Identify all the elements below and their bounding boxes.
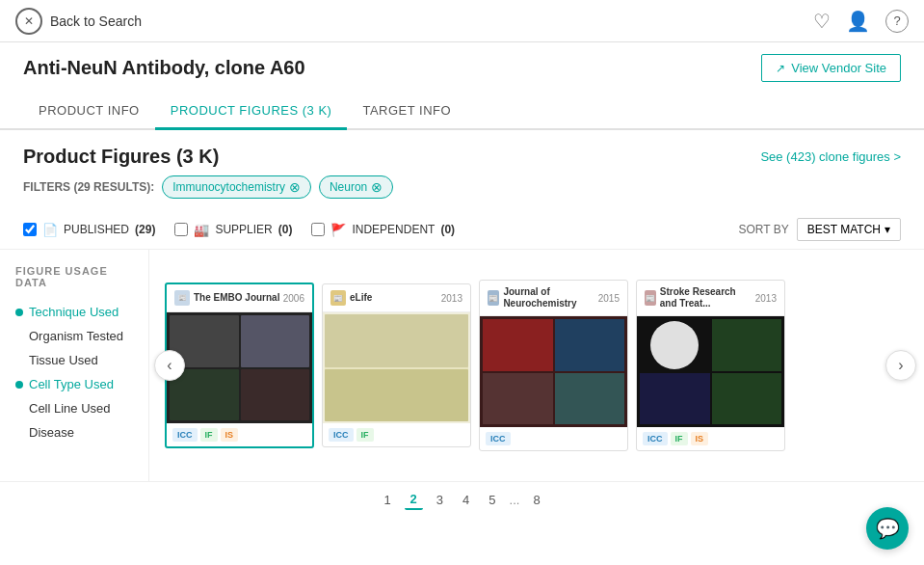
journal-name-3: Stroke Research and Treat... [660,286,755,309]
external-link-icon: ↗ [776,62,785,75]
page-ellipsis: ... [510,493,520,507]
independent-checkbox[interactable] [311,223,325,236]
tab-target-info[interactable]: TARGET INFO [347,94,466,130]
card-tags-1: ICC IF [323,423,470,446]
card-image-3 [637,316,784,427]
product-title: Anti-NeuN Antibody, clone A60 [23,57,305,79]
card-header-0: 📰 The EMBO Journal 2006 [167,284,312,312]
figure-card-1[interactable]: 📰 eLife 2013 ICC IF [322,283,471,447]
independent-checkbox-item[interactable]: 🚩 INDEPENDENT (0) [311,223,455,237]
pagination: 1 2 3 4 5 ... 8 [0,481,924,518]
figure-card-3[interactable]: 📰 Stroke Research and Treat... 2013 ICC … [636,280,785,451]
vendor-site-button[interactable]: ↗ View Vendor Site [761,54,901,82]
vendor-btn-label: View Vendor Site [791,61,886,75]
supplier-checkbox[interactable] [174,223,188,236]
top-nav: ✕ Back to Search ♡ 👤 ? [0,0,924,42]
published-checkbox[interactable] [23,223,37,236]
figures-heading: Product Figures (3 K) See (423) clone fi… [0,130,924,175]
tag-icc-1: ICC [329,428,354,442]
page-8[interactable]: 8 [527,491,545,509]
sort-row: SORT BY BEST MATCH ▾ [739,218,901,241]
prev-arrow[interactable]: ‹ [154,350,185,381]
help-icon[interactable]: ? [885,10,909,33]
journal-name-2: Journal of Neurochemistry [503,286,597,309]
card-tags-2: ICC [480,427,627,450]
tab-product-figures[interactable]: PRODUCT FIGURES (3 K) [155,94,348,130]
dot-icon-cell-type [15,381,23,389]
tag-is-3: IS [691,432,709,445]
sort-by-label: SORT BY [739,223,789,236]
sidebar: FIGURE USAGE DATA Technique Used Organis… [0,250,149,481]
user-icon[interactable]: 👤 [846,10,870,33]
filter-tag-icc[interactable]: Immunocytochemistry ⊗ [162,175,311,199]
sidebar-item-tissue[interactable]: Tissue Used [15,348,133,372]
page-2[interactable]: 2 [405,490,423,510]
journal-icon-2: 📰 [488,290,499,306]
next-arrow[interactable]: › [885,350,916,381]
supplier-doc-icon: 🏭 [194,223,209,237]
card-journal-3: 📰 Stroke Research and Treat... [645,286,755,309]
page-3[interactable]: 3 [431,491,449,509]
card-year-3: 2013 [755,293,777,304]
tag-is-0: IS [221,428,239,442]
tag-if-0: IF [200,428,218,442]
back-to-search-btn[interactable]: ✕ Back to Search [15,8,142,35]
published-row: 📄 PUBLISHED (29) 🏭 SUPPLIER (0) 🚩 INDEPE… [0,210,924,250]
published-count: (29) [135,223,155,236]
filter-remove-neuron-icon[interactable]: ⊗ [371,179,383,195]
sidebar-item-organism[interactable]: Organism Tested [15,324,133,348]
card-header-3: 📰 Stroke Research and Treat... 2013 [637,281,784,316]
heart-icon[interactable]: ♡ [813,10,831,33]
filter-tag-neuron[interactable]: Neuron ⊗ [319,175,393,199]
filter-remove-icc-icon[interactable]: ⊗ [289,179,301,195]
figure-card-2[interactable]: 📰 Journal of Neurochemistry 2015 ICC [479,280,628,451]
card-journal-2: 📰 Journal of Neurochemistry [488,286,598,309]
main-content: FIGURE USAGE DATA Technique Used Organis… [0,250,924,481]
page-1[interactable]: 1 [378,491,396,509]
chevron-down-icon: ▾ [884,223,890,236]
nav-icons: ♡ 👤 ? [813,10,909,33]
journal-icon-3: 📰 [645,290,656,306]
card-header-1: 📰 eLife 2013 [323,284,470,312]
sidebar-item-technique[interactable]: Technique Used [15,300,133,324]
card-journal-1: 📰 eLife [330,290,372,306]
figures-title: Product Figures (3 K) [23,146,219,168]
back-label: Back to Search [50,13,142,29]
page-5[interactable]: 5 [483,491,501,509]
published-label: PUBLISHED [64,223,129,236]
published-checkbox-item[interactable]: 📄 PUBLISHED (29) [23,223,155,237]
tabs-container: PRODUCT INFO PRODUCT FIGURES (3 K) TARGE… [0,94,924,130]
tag-icc-3: ICC [643,432,668,445]
card-year-0: 2006 [283,293,304,304]
supplier-checkbox-item[interactable]: 🏭 SUPPLIER (0) [174,223,292,237]
filters-label: FILTERS (29 RESULTS): [23,180,154,194]
card-journal-0: 📰 The EMBO Journal [174,290,279,306]
independent-label: INDEPENDENT [352,223,435,236]
tab-product-info[interactable]: PRODUCT INFO [23,94,155,130]
independent-count: (0) [440,223,455,236]
card-image-0 [167,312,312,423]
card-year-1: 2013 [441,293,462,304]
tag-if-1: IF [356,428,374,442]
chat-bubble[interactable]: 💬 [866,507,909,550]
journal-name-0: The EMBO Journal [194,292,279,304]
sidebar-item-disease[interactable]: Disease [15,420,133,444]
card-header-2: 📰 Journal of Neurochemistry 2015 [480,281,627,316]
sort-dropdown[interactable]: BEST MATCH ▾ [797,218,901,241]
journal-icon-0: 📰 [174,290,190,306]
sidebar-item-cell-line[interactable]: Cell Line Used [15,396,133,420]
page-4[interactable]: 4 [457,491,475,509]
back-circle-icon: ✕ [15,8,42,35]
tag-icc-2: ICC [486,432,511,445]
card-tags-3: ICC IF IS [637,427,784,450]
journal-icon-1: 📰 [330,290,346,306]
figure-card-0[interactable]: 📰 The EMBO Journal 2006 ICC IF IS [165,282,314,448]
dot-icon-technique [15,309,23,316]
card-tags-0: ICC IF IS [167,423,312,446]
card-image-1 [323,312,470,423]
clone-figures-link[interactable]: See (423) clone figures > [760,149,901,164]
filters-row: FILTERS (29 RESULTS): Immunocytochemistr… [0,175,924,210]
sidebar-item-cell-type[interactable]: Cell Type Used [15,372,133,396]
tag-if-3: IF [671,432,688,445]
supplier-count: (0) [278,223,293,236]
